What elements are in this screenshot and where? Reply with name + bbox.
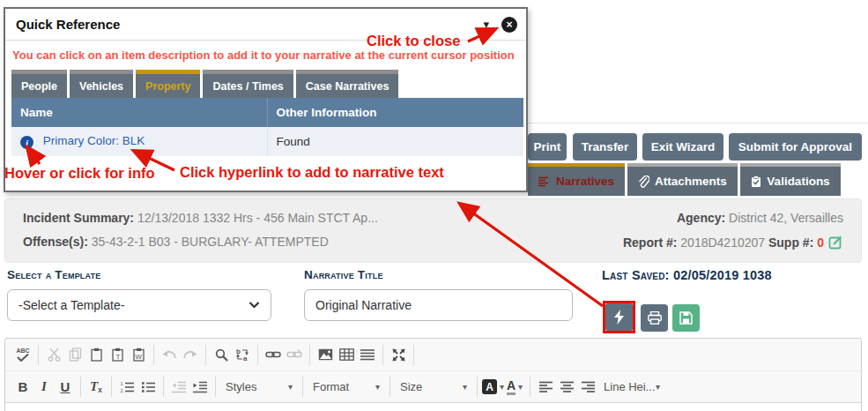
property-item-link[interactable]: Primary Color: BLK xyxy=(43,134,145,147)
quick-reference-highlight-box xyxy=(603,301,635,333)
redo-icon xyxy=(180,343,201,366)
paste-from-word-icon[interactable]: W xyxy=(128,343,149,366)
spellcheck-icon[interactable]: ABC xyxy=(12,343,33,366)
incident-summary-value: 12/13/2018 1332 Hrs - 456 Main STCT Ap..… xyxy=(137,211,378,225)
align-center-icon[interactable] xyxy=(556,376,577,399)
annotation-click-hyperlink: Click hyperlink to add to narrative text xyxy=(180,164,444,181)
incident-summary: Incident Summary: 12/13/2018 1332 Hrs - … xyxy=(23,211,378,225)
narrative-wizard-page: Print Transfer Exit Wizard Submit for Ap… xyxy=(0,0,868,411)
text-color-icon[interactable]: A ▾ xyxy=(504,376,525,399)
tab-validations-label: Validations xyxy=(767,175,829,188)
background-color-icon[interactable]: A ▾ xyxy=(482,376,504,399)
table-icon[interactable] xyxy=(336,343,357,366)
underline-icon[interactable]: U xyxy=(55,376,76,399)
annotation-hover-for-info: Hover or click for info xyxy=(4,165,155,182)
maximize-icon[interactable] xyxy=(388,343,409,366)
quick-reference-button[interactable] xyxy=(605,303,633,331)
editor-toolbar-row-1: ABC T W xyxy=(5,339,861,370)
incident-summary-label: Incident Summary: xyxy=(23,211,134,225)
outdent-icon xyxy=(168,376,189,399)
popup-tab-dates-times[interactable]: Dates / Times xyxy=(203,70,293,98)
last-saved-label: Last Saved: xyxy=(602,268,670,282)
numbered-list-icon[interactable]: 1 2 xyxy=(116,376,137,399)
submit-for-approval-button[interactable]: Submit for Approval xyxy=(729,133,862,161)
select-template-label: Select a Template xyxy=(7,268,101,281)
table-row: i Primary Color: BLK Found xyxy=(11,127,523,156)
popup-tab-people[interactable]: People xyxy=(11,70,67,98)
tab-narratives[interactable]: Narratives xyxy=(528,163,625,196)
tab-narratives-label: Narratives xyxy=(556,175,614,188)
narrative-rich-text-editor: ABC T W xyxy=(4,338,862,411)
horizontal-rule-icon[interactable] xyxy=(357,343,378,366)
supp-number-label: Supp #: xyxy=(768,235,813,250)
editor-content-area[interactable] xyxy=(5,402,861,411)
cut-icon xyxy=(43,343,64,366)
template-select[interactable]: -Select a Template- xyxy=(7,289,271,321)
agency-label: Agency: xyxy=(677,211,725,225)
narrative-title-label: Narrative Title xyxy=(304,268,383,281)
content-top-divider xyxy=(526,123,868,123)
image-icon[interactable] xyxy=(315,343,336,366)
report-number: Report #: 2018D4210207 Supp #: 0 xyxy=(623,235,843,250)
offenses-label: Offense(s): xyxy=(23,235,88,249)
chevron-down-icon xyxy=(249,302,260,309)
replace-icon[interactable]: b a xyxy=(232,343,253,366)
format-dropdown[interactable]: Format▾ xyxy=(308,376,385,399)
print-button[interactable]: Print xyxy=(528,133,567,161)
styles-dropdown[interactable]: Styles▾ xyxy=(220,376,298,399)
quick-reference-title: Quick Reference xyxy=(16,17,483,32)
link-icon[interactable] xyxy=(263,343,284,366)
remove-format-icon[interactable]: Tx xyxy=(85,376,107,399)
copy-icon xyxy=(64,343,85,366)
printer-icon xyxy=(648,311,662,325)
collapse-caret-icon[interactable]: ▾ xyxy=(483,18,489,31)
edit-supp-icon[interactable] xyxy=(828,235,843,250)
tab-validations[interactable]: Validations xyxy=(740,163,841,196)
svg-text:1: 1 xyxy=(121,381,123,386)
template-select-value: -Select a Template- xyxy=(19,298,124,312)
property-item-other-info: Found xyxy=(267,127,523,156)
transfer-button[interactable]: Transfer xyxy=(573,133,637,161)
close-icon[interactable]: × xyxy=(501,17,517,33)
incident-summary-panel: Incident Summary: 12/13/2018 1332 Hrs - … xyxy=(4,198,862,263)
size-dropdown[interactable]: Size▾ xyxy=(395,376,472,399)
popup-tab-property[interactable]: Property xyxy=(136,70,200,98)
list-icon xyxy=(538,176,551,187)
property-table: Name Other Information i Primary Color: … xyxy=(11,98,523,156)
svg-text:T: T xyxy=(115,353,120,361)
svg-text:2: 2 xyxy=(121,388,123,393)
report-section-tabs: Narratives Attachments Validations xyxy=(528,163,841,196)
bullet-list-icon[interactable] xyxy=(137,376,159,399)
lightning-bolt-icon xyxy=(614,310,625,325)
last-saved-value: 02/05/2019 1038 xyxy=(673,268,772,282)
offenses-value: 35-43-2-1 B03 - BURGLARY- ATTEMPTED xyxy=(92,235,329,249)
exit-wizard-button[interactable]: Exit Wizard xyxy=(642,133,723,161)
agency-value: District 42, Versailles xyxy=(729,211,843,225)
align-right-icon[interactable] xyxy=(577,376,598,399)
undo-icon xyxy=(159,343,180,366)
paste-as-text-icon[interactable]: T xyxy=(107,343,128,366)
bold-icon[interactable]: B xyxy=(12,376,33,399)
tab-attachments-label: Attachments xyxy=(655,175,727,188)
narrative-title-input[interactable] xyxy=(304,289,573,321)
tab-attachments[interactable]: Attachments xyxy=(627,163,738,196)
line-height-dropdown[interactable]: Line Hei...▾ xyxy=(598,376,665,399)
agency: Agency: District 42, Versailles xyxy=(677,211,843,225)
quick-reference-tabs: People Vehicles Property Dates / Times C… xyxy=(11,70,526,98)
print-narrative-button[interactable] xyxy=(641,304,668,332)
paste-icon[interactable] xyxy=(85,343,107,366)
find-icon[interactable] xyxy=(211,343,232,366)
italic-icon[interactable]: I xyxy=(33,376,55,399)
indent-icon[interactable] xyxy=(189,376,211,399)
editor-toolbar-row-2: B I U Tx 1 2 xyxy=(5,370,861,402)
last-saved: Last Saved: 02/05/2019 1038 xyxy=(602,268,772,282)
popup-tab-case-narratives[interactable]: Case Narratives xyxy=(296,70,399,98)
save-narrative-button[interactable] xyxy=(672,304,700,332)
svg-text:a: a xyxy=(243,355,248,362)
info-icon[interactable]: i xyxy=(20,136,33,149)
popup-tab-vehicles[interactable]: Vehicles xyxy=(70,70,133,98)
paperclip-icon xyxy=(638,176,649,188)
align-left-icon[interactable] xyxy=(535,376,556,399)
supp-number-value: 0 xyxy=(817,235,824,250)
svg-text:W: W xyxy=(135,353,142,361)
